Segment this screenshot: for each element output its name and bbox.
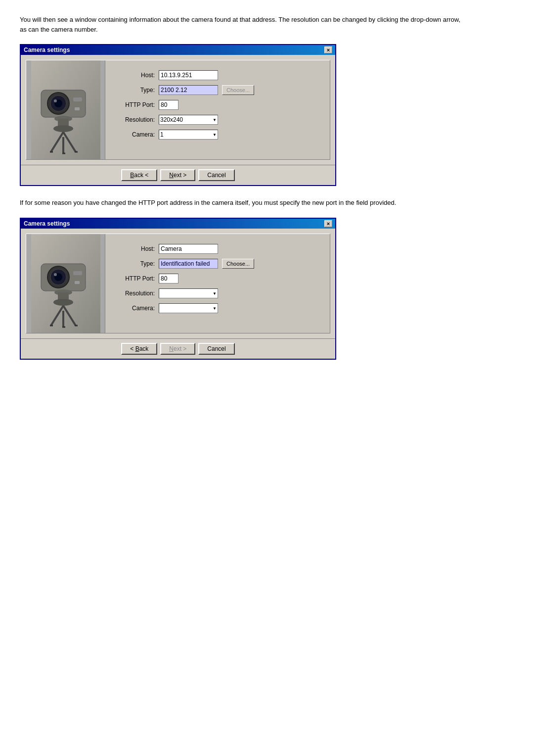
dialog-title-2: Camera settings [24,220,70,227]
dialog-camera-settings-2: Camera settings × [20,218,336,360]
camera-label-1: Camera: [115,131,155,138]
next-button-1[interactable]: Next > [160,169,195,181]
form-area-2: Host: Type: Choose... HTTP Port: Resolut… [105,234,330,333]
dialog-footer-1: Back < Next > Cancel [21,165,335,185]
form-area-1: Host: Type: Choose... HTTP Port: Resolut… [105,60,330,159]
resolution-label-1: Resolution: [115,116,155,123]
host-input-1[interactable] [159,70,218,80]
dialog-footer-2: < Back Next > Cancel [21,338,335,359]
resolution-select-wrapper-2 [159,288,218,298]
type-input-1[interactable] [159,85,218,95]
type-input-2[interactable] [159,259,218,269]
resolution-select-wrapper-1: 320x240 640x480 160x120 [159,115,218,125]
resolution-row-1: Resolution: 320x240 640x480 160x120 [115,115,322,125]
http-port-label-2: HTTP Port: [115,275,155,282]
http-port-row-2: HTTP Port: [115,274,322,284]
cancel-button-2[interactable]: Cancel [198,343,234,355]
resolution-label-2: Resolution: [115,290,155,297]
svg-point-8 [53,125,73,132]
svg-rect-15 [73,97,82,101]
svg-point-5 [54,99,57,102]
intro-paragraph-2: If for some reason you have changed the … [20,198,465,208]
type-row-2: Type: Choose... [115,259,322,269]
host-row-2: Host: [115,244,322,254]
http-port-input-2[interactable] [159,274,178,284]
camera-select-wrapper-2 [159,303,218,313]
camera-image-1 [26,60,105,159]
dialog-camera-settings-1: Camera settings × [20,44,336,186]
http-port-label-1: HTTP Port: [115,101,155,108]
camera-row-2: Camera: [115,303,322,313]
host-input-2[interactable] [159,244,218,254]
choose-button-1[interactable]: Choose... [222,85,254,95]
next-button-2[interactable]: Next > [160,343,195,355]
intro-paragraph-1: You will then see a window containing in… [20,15,465,34]
svg-rect-16 [75,107,80,110]
svg-rect-33 [75,281,80,284]
host-label-2: Host: [115,245,155,252]
dialog-titlebar-1: Camera settings × [21,45,335,55]
camera-row-1: Camera: 1 2 3 [115,130,322,140]
camera-select-wrapper-1: 1 2 3 [159,130,218,140]
choose-button-2[interactable]: Choose... [222,259,254,269]
svg-rect-32 [73,271,82,275]
type-row-1: Type: Choose... [115,85,322,95]
type-label-1: Type: [115,87,155,94]
http-port-input-1[interactable] [159,100,178,110]
svg-point-22 [54,273,57,276]
dialog-close-button-1[interactable]: × [324,47,332,53]
host-row-1: Host: [115,70,322,80]
resolution-select-1[interactable]: 320x240 640x480 160x120 [159,115,218,125]
dialog-close-button-2[interactable]: × [324,220,332,227]
resolution-select-2[interactable] [159,288,218,298]
camera-select-2[interactable] [159,303,218,313]
cancel-button-1[interactable]: Cancel [198,169,234,181]
type-label-2: Type: [115,260,155,267]
dialog-title-1: Camera settings [24,47,70,53]
back-button-1[interactable]: Back < [121,169,157,181]
camera-label-2: Camera: [115,305,155,312]
back-button-2[interactable]: < Back [121,343,157,355]
dialog-titlebar-2: Camera settings × [21,219,335,229]
http-port-row-1: HTTP Port: [115,100,322,110]
camera-image-2 [26,234,105,333]
camera-select-1[interactable]: 1 2 3 [159,130,218,140]
resolution-row-2: Resolution: [115,288,322,298]
host-label-1: Host: [115,72,155,79]
svg-point-25 [53,299,73,306]
